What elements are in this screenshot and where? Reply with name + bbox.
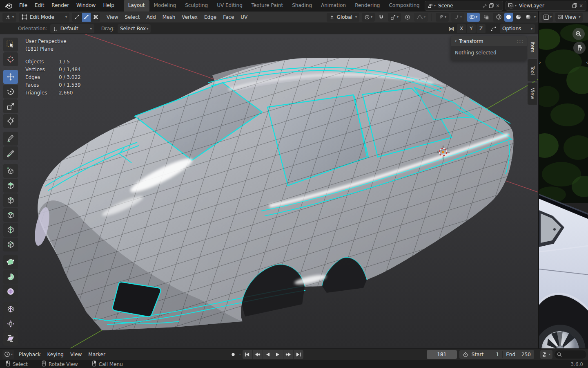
auto-keying-chevron[interactable]: ▾ [239,352,241,356]
play-reverse-button[interactable] [263,350,273,359]
loop-cut-tool-button[interactable] [3,223,18,237]
face-select-button[interactable] [91,13,100,22]
workspace-tab[interactable]: Modeling [149,0,181,11]
viewport-menu-item[interactable]: Edge [201,14,220,20]
shrink-fatten-tool-button[interactable] [3,317,18,331]
orientation-setting-dropdown[interactable]: Default ▾ [50,24,94,33]
topbar-menu-item[interactable]: Edit [31,0,48,11]
scale-tool-button[interactable] [3,99,18,113]
topbar-menu-item[interactable]: Help [99,0,118,11]
pin-icon[interactable] [481,2,488,9]
viewport-menu-item[interactable]: UV [237,14,251,20]
auto-keying-button[interactable] [228,350,238,359]
edge-slide-tool-button[interactable] [3,302,18,316]
n-panel-tab[interactable]: Tool [528,59,537,81]
viewport-menu-item[interactable]: Face [220,14,237,20]
transform-panel-header[interactable]: ▾ Transform :::: [451,36,527,46]
collapse-chevron-icon[interactable]: ▾ [455,39,457,43]
move-tool-button[interactable] [3,70,18,84]
xray-toggle-button[interactable] [481,13,491,22]
viewport-menu-item[interactable]: Mesh [159,14,179,20]
vertex-select-button[interactable] [72,13,82,22]
new-scene-icon[interactable] [488,2,494,9]
topbar-menu-item[interactable]: File [16,0,31,11]
region-expand-left-icon[interactable]: › [539,60,541,65]
edge-select-button[interactable] [82,13,91,22]
bevel-tool-button[interactable] [3,208,18,222]
options-dropdown[interactable]: Options ▾ [500,24,535,33]
timeline-menu-item[interactable]: Keying [44,352,67,357]
snap-toggle-button[interactable] [376,13,386,22]
knife-tool-button[interactable] [3,238,18,251]
image-editor-view-menu[interactable]: View ▾ [555,13,583,22]
start-value[interactable]: 1 [487,352,499,357]
proportional-editing-button[interactable] [403,13,412,22]
end-value[interactable]: 250 [519,352,531,357]
workspace-tab[interactable]: Animation [316,0,350,11]
workspace-tab[interactable]: Layout [124,0,149,11]
viewport-3d-canvas[interactable] [0,34,538,348]
timeline-editor-type-button[interactable]: ▾ [2,350,14,359]
mode-selector[interactable]: Edit Mode ▾ [19,13,69,22]
current-frame-field[interactable]: 181 [427,350,457,359]
jump-to-end-button[interactable] [294,350,303,359]
topbar-menu-item[interactable]: Render [48,0,73,11]
search-input[interactable] [555,350,586,359]
play-button[interactable] [273,350,283,359]
mirror-axis-button[interactable]: Y [467,24,476,33]
pivot-point-selector[interactable]: ▾ [362,13,375,22]
zoom-button[interactable] [572,28,585,40]
snap-base-button[interactable] [488,24,498,33]
new-viewlayer-icon[interactable] [571,2,578,9]
shading-material-button[interactable] [514,13,523,22]
workspace-tab[interactable]: Compositing [384,0,424,11]
region-expand-right-icon[interactable]: ‹ [586,60,588,65]
transform-tool-button[interactable] [3,114,18,128]
viewlayer-name[interactable]: ViewLayer [517,3,571,9]
viewport-3d[interactable]: User Perspective (181) Plane Objects1 / … [0,34,538,348]
proportional-falloff-selector[interactable]: ▾ [414,13,428,22]
spin-tool-button[interactable] [3,270,18,284]
transform-orientation-selector[interactable]: Global ▾ [327,13,359,22]
workspace-tab[interactable]: Rendering [350,0,384,11]
timeline-menu-item[interactable]: Playback [16,352,44,357]
cursor-tool-button[interactable] [3,52,18,66]
rotate-tool-button[interactable] [3,85,18,99]
prev-keyframe-button[interactable] [253,350,263,359]
inset-faces-tool-button[interactable] [3,193,18,207]
shading-wireframe-button[interactable] [494,13,503,22]
workspace-tab[interactable]: UV Editing [212,0,247,11]
mirror-axis-button[interactable]: X [457,24,466,33]
scene-name[interactable]: Scene [436,3,481,9]
poly-build-tool-button[interactable] [3,255,18,269]
topbar-menu-item[interactable]: Window [73,0,99,11]
pan-button[interactable] [573,42,586,54]
unlink-scene-icon[interactable]: × [494,2,501,9]
filter-button[interactable]: ▾ [540,350,552,359]
workspace-tab[interactable]: Sculpting [180,0,212,11]
remove-viewlayer-icon[interactable]: × [578,2,584,9]
add-cube-tool-button[interactable] [3,164,18,178]
overlays-selector[interactable]: ▾ [467,13,480,22]
mirror-axis-button[interactable]: Z [477,24,486,33]
viewport-menu-item[interactable]: View [103,14,121,20]
image-editor-type-button[interactable]: ▾ [541,13,553,22]
viewport-menu-item[interactable]: Vertex [178,14,201,20]
workspace-tab[interactable]: Shading [287,0,316,11]
timeline-menu-item[interactable]: Marker [85,352,108,357]
timeline-menu-item[interactable]: View [67,352,85,357]
scene-selector[interactable]: ▾ Scene × [425,1,503,11]
gizmos-selector[interactable]: ▾ [451,13,464,22]
n-panel-tab[interactable]: Item [528,36,537,58]
viewport-menu-item[interactable]: Add [143,14,159,20]
annotate-tool-button[interactable] [3,132,18,146]
n-panel-tab[interactable]: View [528,83,537,105]
snap-settings-selector[interactable]: ▾ [388,13,401,22]
drag-dots-icon[interactable]: :::: [517,39,523,43]
viewlayer-selector[interactable]: ▾ ViewLayer × [506,1,586,11]
editor-type-button[interactable]: ▾ [2,13,16,22]
shading-dropdown-chevron[interactable]: ▾ [534,15,536,19]
object-visibility-selector[interactable]: ▾ [436,13,449,22]
measure-tool-button[interactable] [3,146,18,160]
next-keyframe-button[interactable] [283,350,294,359]
